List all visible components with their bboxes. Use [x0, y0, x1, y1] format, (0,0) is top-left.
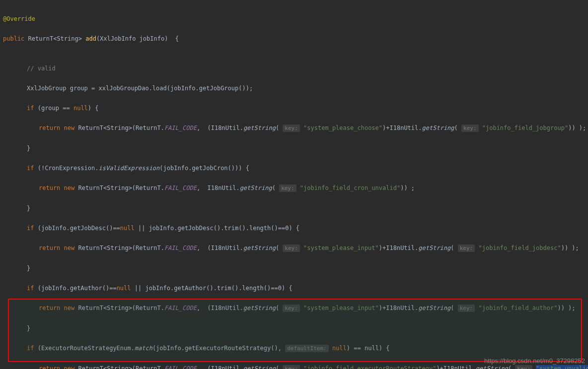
suffix: (jobInfo.getJobCron())) {: [159, 165, 249, 172]
brace: }: [27, 325, 30, 332]
hint: key:: [283, 245, 300, 252]
sep: , (I18nUtil.: [197, 305, 243, 311]
gen: <String>(ReturnT.: [103, 124, 164, 131]
gen: <String>(ReturnT.: [103, 245, 164, 251]
type-returnt: ReturnT: [28, 35, 54, 42]
str: "jobinfo_field_executorRouteStrategy": [303, 365, 436, 369]
brace: }: [27, 205, 30, 212]
hint: defaultItem:: [285, 345, 328, 352]
sep: , (I18nUtil.: [197, 245, 243, 251]
gs: getString: [418, 245, 450, 251]
brace: }: [27, 145, 30, 152]
gs: getString: [243, 245, 276, 251]
stmt-group: XxlJobGroup group = xxlJobGroupDao.load(…: [27, 85, 253, 92]
match: match: [135, 345, 152, 352]
str: "jobinfo_field_cron_unvalid": [300, 184, 400, 191]
args: (jobInfo.getExecutorRouteStrategy(),: [152, 345, 282, 352]
fc: FAIL_CODE: [164, 184, 197, 191]
sep: , (I18nUtil.: [197, 365, 243, 369]
kw-return-new: return new: [39, 124, 74, 131]
plus: )+I18nUtil.: [382, 124, 422, 131]
gs: getString: [418, 305, 450, 311]
kw-public: public: [3, 35, 24, 42]
annotation-override: @Override: [3, 15, 35, 22]
close: ) ;: [404, 184, 415, 191]
getstring: getString: [422, 124, 454, 131]
method-add: add: [85, 35, 96, 42]
params: (XxlJobInfo jobInfo) {: [96, 35, 179, 42]
str: "jobinfo_field_jobgroup": [482, 124, 568, 131]
call: isValidExpression: [99, 165, 160, 172]
type: ReturnT: [78, 245, 103, 251]
str: "jobinfo_field_jobdesc": [478, 245, 561, 251]
hint: key:: [458, 245, 475, 252]
str: "system_please_input": [303, 305, 379, 311]
close: ) );: [572, 124, 586, 131]
gen: <String>(ReturnT.: [103, 305, 164, 311]
hint: key:: [283, 124, 300, 132]
type: ReturnT: [78, 305, 103, 311]
type: ReturnT: [78, 365, 103, 369]
fail-code: FAIL_CODE: [164, 124, 197, 131]
getstring: getString: [243, 124, 276, 131]
generic: <String>: [53, 35, 82, 42]
hint: key:: [461, 124, 479, 132]
str: "system_please_input": [303, 245, 379, 251]
eq: ) == null) {: [347, 345, 390, 352]
null: null: [117, 285, 131, 292]
null: null: [332, 345, 347, 352]
sep: ,: [197, 124, 208, 131]
kw: return new: [39, 365, 74, 369]
gs: getString: [243, 305, 276, 311]
hint: key:: [283, 365, 300, 369]
hint: key:: [283, 305, 300, 312]
type: ReturnT: [78, 184, 103, 191]
close: ) );: [561, 305, 576, 311]
gen: <String>(ReturnT.: [103, 365, 164, 369]
kw: return new: [39, 305, 74, 311]
i18n: I18nUtil.: [208, 184, 240, 191]
brace: }: [27, 265, 30, 272]
plus: )+I18nUtil.: [436, 365, 475, 369]
cond: || jobInfo.getJobDesc().trim().length()=…: [135, 225, 299, 232]
gs: getString: [243, 365, 276, 369]
gs: getString: [240, 184, 272, 191]
plus: )+I18nUtil.: [379, 245, 418, 251]
null: null: [120, 225, 135, 232]
i18n: I18nUtil.: [211, 124, 243, 131]
str: "jobinfo_field_author": [478, 305, 557, 311]
code-editor: @Override public ReturnT<String> add(Xxl…: [0, 0, 588, 369]
hint: key:: [279, 184, 296, 192]
str: "system_please_choose": [303, 124, 382, 131]
fc: FAIL_CODE: [164, 305, 197, 311]
fc: FAIL_CODE: [164, 245, 197, 251]
cond: || jobInfo.getAuthor().trim().length()==…: [131, 285, 293, 292]
hint: key:: [458, 305, 475, 312]
type: ReturnT: [78, 124, 103, 131]
kw: return new: [39, 184, 74, 191]
gen: <String>(ReturnT.: [103, 184, 164, 191]
kw: return new: [39, 245, 74, 251]
watermark: https://blog.csdn.net/m0_37298252: [484, 356, 585, 366]
comment: // valid: [27, 65, 56, 72]
close: ) );: [565, 245, 579, 251]
plus: )+I18nUtil.: [379, 305, 418, 311]
fc: FAIL_CODE: [164, 365, 197, 369]
